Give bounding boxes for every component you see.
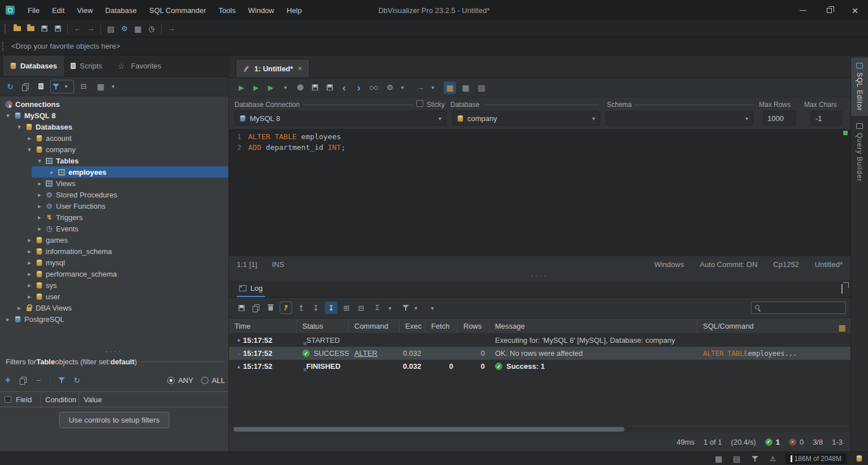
- tree-item-mysql[interactable]: mysql: [0, 257, 228, 268]
- tree-item-postgresql[interactable]: PostgreSQL: [0, 313, 228, 325]
- expand-arrow-icon[interactable]: [25, 248, 34, 255]
- expand-arrow-icon[interactable]: [35, 214, 44, 221]
- open-object-icon[interactable]: [35, 81, 46, 92]
- log-command-link[interactable]: ALTER: [354, 349, 377, 358]
- menu-tools[interactable]: Tools: [212, 6, 242, 15]
- menu-view[interactable]: View: [71, 6, 99, 15]
- expand-arrow-icon[interactable]: [47, 169, 57, 176]
- log-row-finished[interactable]: 15:17:52 FINISHED 0.032 0 0 Success: 1: [229, 360, 850, 373]
- copy-object-icon[interactable]: [20, 81, 31, 92]
- tree-item-stored-procedures[interactable]: Stored Procedures: [0, 189, 228, 200]
- maximize-button[interactable]: [816, 0, 842, 20]
- copy-filter-icon[interactable]: [18, 374, 29, 386]
- maximize-log-icon[interactable]: [841, 285, 843, 293]
- favorites-drag-handle[interactable]: [2, 42, 5, 51]
- close-button[interactable]: [842, 0, 868, 20]
- object-view-icon[interactable]: [105, 23, 116, 35]
- col-message[interactable]: Message: [489, 318, 697, 333]
- menu-sql-commander[interactable]: SQL Commander: [143, 6, 212, 15]
- tree-item-user[interactable]: user: [0, 291, 228, 302]
- tree-item-views[interactable]: Views: [0, 178, 228, 189]
- grid-status-icon[interactable]: [713, 453, 724, 464]
- scroll-to-bottom-icon[interactable]: [310, 302, 322, 313]
- col-time[interactable]: Time: [229, 318, 297, 333]
- execute-current-icon[interactable]: [250, 82, 262, 93]
- pin-log-icon[interactable]: [280, 302, 292, 314]
- tree-item-games[interactable]: games: [0, 234, 228, 246]
- expand-arrow-icon[interactable]: [3, 112, 12, 119]
- tab-sql-editor[interactable]: SQL Editor: [851, 58, 868, 116]
- database-dropdown[interactable]: company: [452, 111, 600, 126]
- refresh-objects-icon[interactable]: [5, 81, 16, 92]
- connection-dropdown[interactable]: MySQL 8: [235, 111, 446, 126]
- tail-log-icon[interactable]: [325, 302, 337, 314]
- tree-item-events[interactable]: Events: [0, 223, 228, 234]
- tool-properties-icon[interactable]: [119, 23, 130, 35]
- expand-arrow-icon[interactable]: [25, 135, 34, 142]
- scheduler-icon[interactable]: [146, 23, 157, 35]
- sql-editor[interactable]: 1ALTER TABLE employees 2ADD department_i…: [229, 129, 850, 256]
- scroll-to-top-icon[interactable]: [296, 302, 307, 313]
- line-ending-indicator[interactable]: Windows: [654, 260, 684, 269]
- export-settings-icon[interactable]: [85, 23, 97, 35]
- tab-query-builder[interactable]: Query Builder: [851, 118, 868, 187]
- radio-all[interactable]: ALL: [201, 376, 225, 385]
- show-editor-icon[interactable]: [444, 81, 456, 94]
- expand-arrow-icon[interactable]: [25, 236, 34, 244]
- row-expand-icon[interactable]: [235, 337, 243, 343]
- save-as-icon[interactable]: [52, 23, 63, 35]
- save-sql-icon[interactable]: [309, 82, 320, 93]
- menu-edit[interactable]: Edit: [46, 6, 71, 15]
- tree-item-dba-views[interactable]: DBA Views: [0, 302, 228, 313]
- log-row-started[interactable]: 15:17:52 STARTED Executing for: 'MySQL 8…: [229, 334, 850, 347]
- reload-filter-icon[interactable]: [71, 374, 83, 386]
- tree-item-tables[interactable]: Tables: [0, 155, 228, 166]
- tree-item-company[interactable]: company: [0, 144, 228, 155]
- menu-database[interactable]: Database: [99, 6, 143, 15]
- tree-item-sys[interactable]: sys: [0, 279, 228, 291]
- max-rows-input[interactable]: 1000: [763, 111, 796, 126]
- column-settings-icon[interactable]: [836, 322, 848, 333]
- tab-untitled[interactable]: 1: Untitled* ×: [236, 59, 310, 78]
- tab-scripts[interactable]: Scripts: [64, 55, 109, 76]
- log-splitter[interactable]: ····: [229, 273, 850, 278]
- execute-options-chevron-icon[interactable]: [280, 82, 291, 93]
- remove-filter-icon[interactable]: [33, 374, 44, 386]
- tree-item-databases[interactable]: Databases: [0, 121, 228, 132]
- expand-arrow-icon[interactable]: [35, 191, 44, 199]
- expand-arrow-icon[interactable]: [35, 180, 44, 187]
- filter-status-icon[interactable]: [749, 453, 761, 464]
- tree-item-account[interactable]: account: [0, 132, 228, 144]
- more-options-chevron-icon[interactable]: [427, 302, 438, 313]
- setup-filters-button[interactable]: Use controls to setup filters: [59, 412, 170, 428]
- expand-arrow-icon[interactable]: [35, 225, 44, 232]
- expand-arrow-icon[interactable]: [25, 282, 34, 289]
- tree-item-employees[interactable]: employees: [0, 166, 228, 178]
- tree-item-performance-schema[interactable]: performance_schema: [0, 268, 228, 279]
- import-settings-icon[interactable]: [72, 23, 83, 35]
- collapse-all-icon[interactable]: [78, 81, 89, 92]
- save-icon[interactable]: [38, 23, 50, 35]
- log-search-input[interactable]: [751, 302, 846, 314]
- col-fetch[interactable]: Fetch: [426, 318, 458, 333]
- log-row-success[interactable]: 15:17:52 SUCCESS ALTER 0.032 0 OK. No ro…: [229, 347, 850, 360]
- menu-window[interactable]: Window: [242, 6, 280, 15]
- previous-statement-icon[interactable]: [338, 82, 350, 93]
- goto-object-icon[interactable]: [166, 23, 177, 35]
- open-favorite-icon[interactable]: [25, 23, 36, 35]
- expand-arrow-icon[interactable]: [3, 316, 12, 323]
- radio-any[interactable]: ANY: [167, 376, 193, 385]
- log-horizontal-scrollbar[interactable]: [229, 427, 850, 432]
- copy-log-icon[interactable]: [250, 302, 262, 313]
- sticky-checkbox[interactable]: [416, 100, 423, 107]
- show-result-grid-icon[interactable]: [459, 81, 472, 94]
- export-log-icon[interactable]: [236, 302, 247, 313]
- expand-arrow-icon[interactable]: [15, 123, 24, 131]
- autocommit-indicator[interactable]: Auto Commit: ON: [700, 260, 757, 269]
- col-rows[interactable]: Rows: [458, 318, 489, 333]
- expand-arrow-icon[interactable]: [15, 304, 24, 312]
- close-tab-icon[interactable]: ×: [298, 64, 302, 73]
- tree-item-connections[interactable]: Connections: [0, 98, 228, 110]
- save-sql-as-icon[interactable]: [324, 82, 335, 93]
- add-filter-icon[interactable]: [2, 374, 14, 386]
